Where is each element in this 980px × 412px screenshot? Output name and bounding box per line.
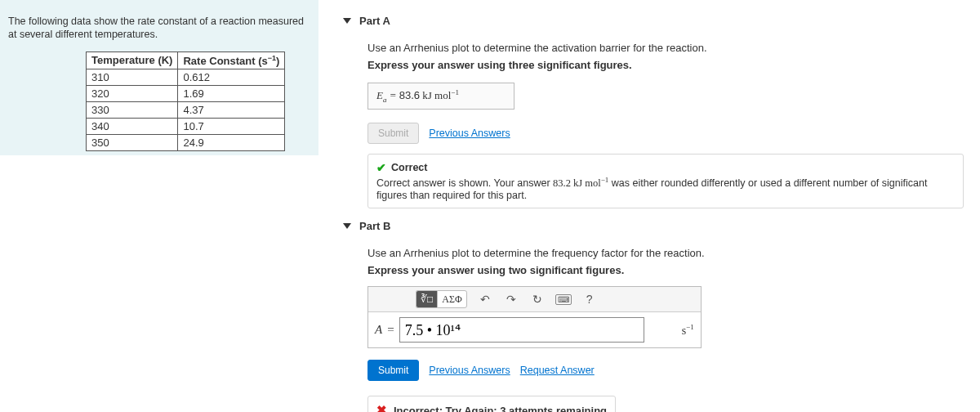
help-icon[interactable]: ? [581,291,598,307]
part-b-submit-button[interactable]: Submit [368,360,419,381]
redo-icon[interactable]: ↷ [503,291,519,307]
part-b-previous-answers-link[interactable]: Previous Answers [429,365,510,376]
part-a-answer-display: Ea = 83.6 kJ mol−1 [368,83,514,110]
data-table: Temperature (K) Rate Constant (s−1) 3100… [86,52,285,151]
keyboard-icon[interactable]: ⌨ [555,291,572,307]
part-a-instruction: Use an Arrhenius plot to determine the a… [368,42,972,54]
col-temperature: Temperature (K) [87,52,178,69]
part-b-header[interactable]: Part B [343,220,972,232]
incorrect-text: Incorrect; Try Again; 3 attempts remaini… [394,405,607,412]
check-icon: ✔ [376,161,386,174]
part-a-header[interactable]: Part A [343,15,972,27]
chevron-down-icon [343,18,351,24]
reset-icon[interactable]: ↻ [529,291,546,307]
part-b-express: Express your answer using two significan… [368,264,972,276]
problem-panel: The following data show the rate constan… [0,0,318,155]
cross-icon: ✖ [376,403,387,412]
equation-lhs: A [375,323,382,337]
table-row: 35024.9 [87,134,285,150]
part-a-feedback: ✔ Correct Correct answer is shown. Your … [368,154,964,208]
part-b-input-container: ∛□ ΑΣΦ ↶ ↷ ↻ ⌨ ? A = s−1 [368,286,702,348]
greek-button[interactable]: ΑΣΦ [437,290,466,308]
part-b-title: Part B [359,220,390,232]
chevron-down-icon [343,223,351,229]
table-row: 3100.612 [87,69,285,85]
feedback-message: Correct answer is shown. Your answer 83.… [376,176,955,201]
part-b-answer-input[interactable] [399,317,644,343]
templates-button[interactable]: ∛□ [416,290,437,308]
parts-panel: Part A Use an Arrhenius plot to determin… [318,0,980,412]
part-a-express: Express your answer using three signific… [368,59,972,71]
part-a-submit-button: Submit [368,123,419,144]
col-rate-constant: Rate Constant (s−1) [178,52,285,69]
part-a-previous-answers-link[interactable]: Previous Answers [429,128,510,139]
equation-eq: = [387,323,394,337]
part-b-feedback: ✖ Incorrect; Try Again; 3 attempts remai… [368,396,616,412]
problem-statement: The following data show the rate constan… [8,15,310,42]
table-row: 34010.7 [87,118,285,134]
equation-toolbar: ∛□ ΑΣΦ ↶ ↷ ↻ ⌨ ? [368,287,701,312]
part-b-instruction: Use an Arrhenius plot to determine the f… [368,247,972,259]
table-row: 3201.69 [87,85,285,101]
feedback-title-text: Correct [391,162,427,173]
equation-unit: s−1 [682,323,694,338]
table-row: 3304.37 [87,101,285,118]
undo-icon[interactable]: ↶ [477,291,493,307]
part-a-title: Part A [359,15,390,27]
part-b-request-answer-link[interactable]: Request Answer [520,365,595,376]
